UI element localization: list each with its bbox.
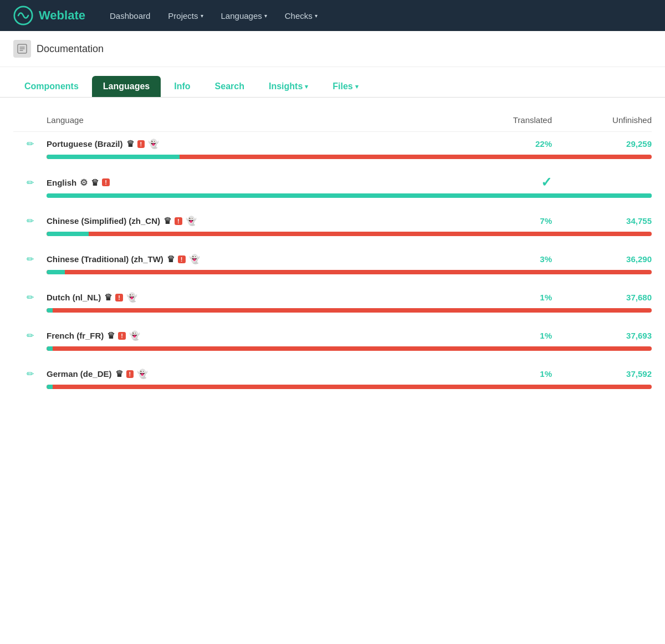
lang-name: Dutch (nl_NL) ♛!👻 (47, 292, 474, 303)
checks-chevron-icon: ▾ (315, 13, 318, 19)
translated-value: 7% (474, 216, 563, 226)
documentation-icon (16, 43, 28, 55)
translated-value: 1% (474, 331, 563, 340)
brand-name: Weblate (39, 8, 85, 23)
alert-badge: ! (175, 217, 182, 225)
lang-name-text: Dutch (nl_NL) (47, 293, 101, 302)
progress-bar (47, 155, 652, 159)
tab-languages[interactable]: Languages (92, 76, 161, 97)
language-row: ✏ German (de_DE) ♛!👻 1% 37,592 (13, 362, 652, 389)
nav-dashboard[interactable]: Dashboard (103, 7, 157, 25)
lang-row-top: ✏ French (fr_FR) ♛!👻 1% 37,693 (13, 324, 652, 346)
table-header: Language Translated Unfinished (13, 111, 652, 132)
lang-name: Chinese (Traditional) (zh_TW) ♛!👻 (47, 254, 474, 264)
alert-badge: ! (102, 178, 110, 186)
translated-value: 1% (474, 293, 563, 302)
pencil-icon: ✏ (24, 175, 36, 190)
alert-badge: ! (118, 332, 126, 340)
lang-name-text: French (fr_FR) (47, 331, 104, 340)
edit-button[interactable]: ✏ (13, 290, 47, 305)
unfinished-value: 37,693 (563, 331, 652, 340)
lang-row-top: ✏ Portuguese (Brazil) ♛!👻 22% 29,259 (13, 132, 652, 155)
progress-bar-fill (47, 232, 89, 236)
translated-value: 22% (474, 139, 563, 149)
lang-name-text: Chinese (Traditional) (zh_TW) (47, 254, 163, 264)
alert-badge: ! (137, 140, 145, 148)
progress-bar (47, 385, 652, 389)
edit-button[interactable]: ✏ (13, 366, 47, 381)
navbar: Weblate Dashboard Projects ▾ Languages ▾… (0, 0, 665, 31)
brand-logo[interactable]: Weblate (13, 6, 85, 25)
ghost-icon: 👻 (148, 139, 159, 149)
unfinished-value: 34,755 (563, 216, 652, 226)
progress-bar-fill (47, 308, 53, 313)
languages-list: ✏ Portuguese (Brazil) ♛!👻 22% 29,259 ✏ E… (13, 132, 652, 389)
progress-bar-fill (47, 270, 65, 274)
progress-bar (47, 232, 652, 236)
nav-projects[interactable]: Projects ▾ (161, 7, 209, 25)
language-row: ✏ Chinese (Traditional) (zh_TW) ♛!👻 3% 3… (13, 247, 652, 274)
nav-checks[interactable]: Checks ▾ (278, 7, 324, 25)
progress-bar-fill (47, 385, 53, 389)
edit-button[interactable]: ✏ (13, 328, 47, 343)
progress-bar (47, 346, 652, 351)
unfinished-value: 36,290 (563, 254, 652, 264)
ghost-icon: 👻 (137, 369, 148, 379)
nav-languages[interactable]: Languages ▾ (214, 7, 274, 25)
ghost-icon: 👻 (186, 216, 197, 226)
pencil-icon: ✏ (24, 328, 36, 343)
edit-button[interactable]: ✏ (13, 136, 47, 151)
col-unfinished-header: Unfinished (563, 115, 652, 125)
lang-name-text: English (47, 178, 76, 187)
progress-bar-fill (47, 155, 180, 159)
edit-button[interactable]: ✏ (13, 175, 47, 190)
alert-badge: ! (126, 370, 134, 378)
lang-name: Portuguese (Brazil) ♛!👻 (47, 139, 474, 149)
lang-row-top: ✏ German (de_DE) ♛!👻 1% 37,592 (13, 362, 652, 385)
projects-chevron-icon: ▾ (201, 13, 203, 19)
unfinished-value: 37,680 (563, 293, 652, 302)
edit-button[interactable]: ✏ (13, 213, 47, 228)
lang-name: Chinese (Simplified) (zh_CN) ♛!👻 (47, 216, 474, 226)
tab-search[interactable]: Search (204, 76, 255, 97)
lang-name-text: Chinese (Simplified) (zh_CN) (47, 216, 160, 226)
progress-bar-fill (47, 346, 53, 351)
crown-icon: ♛ (163, 216, 171, 226)
source-icon: ⚙ (80, 177, 88, 188)
progress-bar-fill (47, 193, 652, 198)
lang-name-text: Portuguese (Brazil) (47, 139, 123, 149)
lang-name: French (fr_FR) ♛!👻 (47, 330, 474, 341)
lang-row-top: ✏ English ⚙♛! ✓ (13, 170, 652, 193)
breadcrumb: Documentation (0, 31, 665, 67)
pencil-icon: ✏ (24, 366, 36, 381)
files-chevron-icon: ▾ (355, 83, 359, 90)
tab-files[interactable]: Files ▾ (321, 76, 369, 97)
progress-bar (47, 308, 652, 313)
main-content: Language Translated Unfinished ✏ Portugu… (0, 98, 665, 413)
unfinished-value: 29,259 (563, 139, 652, 149)
lang-name: German (de_DE) ♛!👻 (47, 369, 474, 379)
lang-name-text: German (de_DE) (47, 369, 112, 379)
pencil-icon: ✏ (24, 252, 36, 267)
tab-components[interactable]: Components (13, 76, 90, 97)
ghost-icon: 👻 (189, 254, 200, 264)
breadcrumb-text: Documentation (37, 43, 104, 55)
progress-bar (47, 270, 652, 274)
tab-info[interactable]: Info (163, 76, 201, 97)
translated-value: 3% (474, 254, 563, 264)
language-row: ✏ Portuguese (Brazil) ♛!👻 22% 29,259 (13, 132, 652, 159)
progress-bar (47, 193, 652, 198)
tabs-bar: Components Languages Info Search Insight… (0, 67, 665, 98)
lang-name: English ⚙♛! (47, 177, 474, 188)
lang-row-top: ✏ Chinese (Traditional) (zh_TW) ♛!👻 3% 3… (13, 247, 652, 270)
crown-icon: ♛ (115, 369, 123, 379)
ghost-icon: 👻 (126, 292, 137, 303)
tab-insights[interactable]: Insights ▾ (258, 76, 319, 97)
edit-button[interactable]: ✏ (13, 252, 47, 267)
translated-check: ✓ (474, 175, 563, 190)
breadcrumb-icon (13, 40, 31, 58)
languages-chevron-icon: ▾ (264, 13, 267, 19)
crown-icon: ♛ (104, 292, 112, 303)
unfinished-value: 37,592 (563, 369, 652, 379)
insights-chevron-icon: ▾ (305, 83, 308, 90)
